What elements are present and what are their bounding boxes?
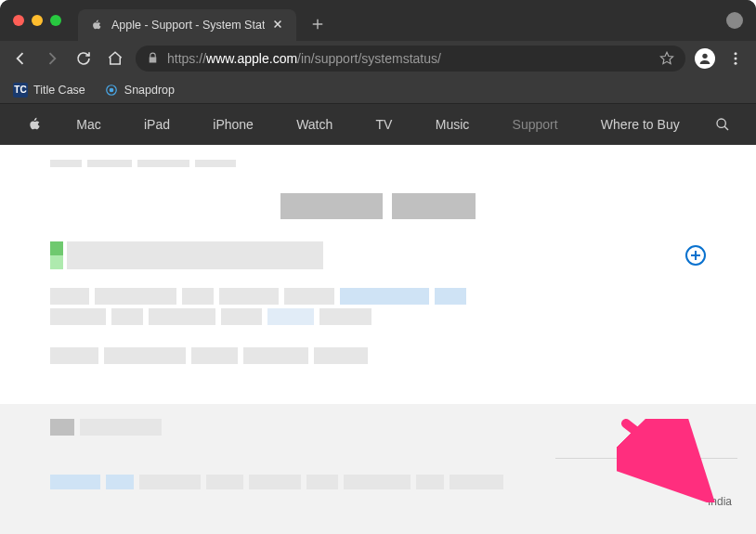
blurred-content [50, 475, 706, 489]
page-footer: India [0, 404, 756, 534]
svg-point-6 [717, 119, 725, 127]
window-close-button[interactable] [13, 15, 24, 26]
svg-point-0 [702, 54, 707, 59]
lock-icon [147, 52, 160, 65]
nav-iphone[interactable]: iPhone [205, 117, 261, 132]
tab-close-button[interactable] [272, 19, 285, 32]
blurred-content [50, 288, 706, 305]
blurred-content [50, 347, 706, 364]
nav-music[interactable]: Music [428, 117, 477, 132]
home-button[interactable] [104, 47, 126, 70]
footer-divider [555, 458, 737, 459]
tab-title: Apple - Support - System Stat [111, 19, 265, 32]
forward-button[interactable] [41, 47, 63, 70]
url-text: https://www.apple.com/in/support/systems… [167, 51, 652, 66]
window-maximize-button[interactable] [50, 15, 61, 26]
nav-tv[interactable]: TV [369, 117, 400, 132]
svg-point-2 [735, 58, 737, 60]
nav-mac[interactable]: Mac [69, 117, 108, 132]
browser-toolbar: https://www.apple.com/in/support/systems… [0, 41, 756, 76]
profile-indicator-icon[interactable] [726, 12, 743, 29]
expand-button[interactable] [685, 245, 706, 266]
country-selector[interactable]: India [708, 495, 732, 508]
nav-ipad[interactable]: iPad [137, 117, 177, 132]
apple-global-nav: Mac iPad iPhone Watch TV Music Support W… [0, 104, 756, 145]
window-minimize-button[interactable] [32, 15, 43, 26]
nav-watch[interactable]: Watch [289, 117, 340, 132]
apple-favicon [89, 18, 104, 33]
back-button[interactable] [9, 47, 32, 70]
address-bar[interactable]: https://www.apple.com/in/support/systems… [136, 46, 685, 72]
blurred-content [50, 160, 706, 167]
svg-point-1 [735, 52, 737, 55]
blurred-content [50, 308, 706, 325]
bookmark-icon: TC [13, 83, 28, 98]
blurred-heading [50, 193, 706, 219]
apple-logo-icon[interactable] [26, 116, 41, 133]
reload-button[interactable] [72, 47, 95, 70]
bookmarks-bar: TC Title Case Snapdrop [0, 76, 756, 104]
bookmark-title-case[interactable]: TC Title Case [13, 83, 85, 98]
svg-point-3 [735, 62, 737, 65]
window-titlebar: Apple - Support - System Stat [0, 0, 756, 41]
bookmark-icon [104, 83, 119, 98]
status-indicator-icon [50, 241, 63, 269]
blurred-content [50, 419, 706, 436]
bookmark-snapdrop[interactable]: Snapdrop [104, 83, 175, 98]
nav-support[interactable]: Support [505, 117, 566, 132]
nav-where-to-buy[interactable]: Where to Buy [593, 117, 687, 132]
search-icon[interactable] [715, 117, 730, 132]
browser-menu-button[interactable] [724, 47, 747, 70]
profile-button[interactable] [695, 48, 715, 69]
new-tab-button[interactable] [311, 18, 324, 31]
bookmark-star-icon[interactable] [659, 51, 674, 66]
svg-point-5 [110, 88, 113, 92]
status-row [50, 241, 706, 269]
bookmark-label: Title Case [33, 84, 85, 97]
browser-tab[interactable]: Apple - Support - System Stat [78, 9, 296, 41]
bookmark-label: Snapdrop [124, 84, 175, 97]
